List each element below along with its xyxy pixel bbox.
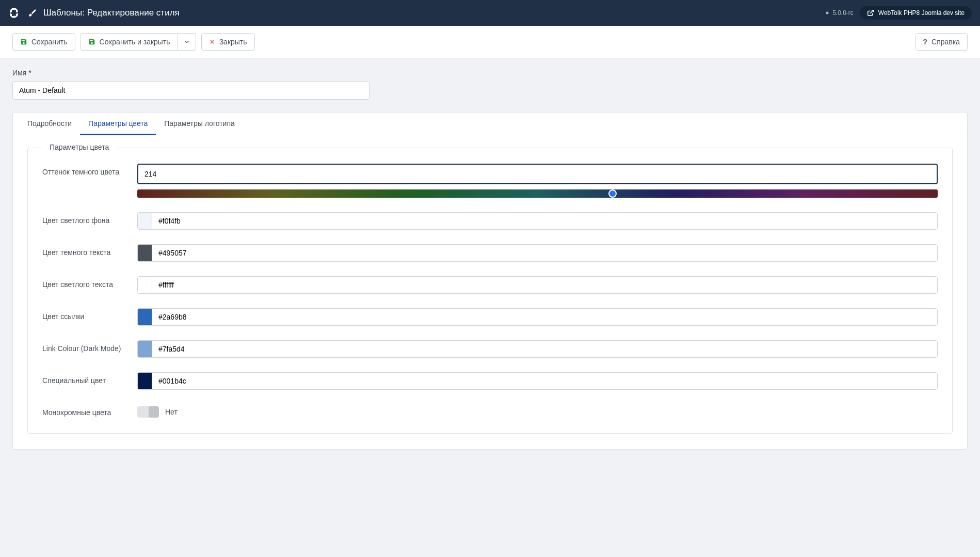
content: Имя * Подробности Параметры цвета Параме… xyxy=(0,58,980,460)
mono-label: Монохромные цвета xyxy=(42,404,137,417)
special-swatch[interactable] xyxy=(138,373,152,389)
save-icon xyxy=(20,38,27,45)
toolbar-right: ? Справка xyxy=(915,33,968,51)
save-label: Сохранить xyxy=(31,38,68,46)
fieldset-legend: Параметры цвета xyxy=(42,143,116,151)
link-swatch[interactable] xyxy=(138,309,152,325)
version-text: 5.0.0-rc xyxy=(832,9,854,17)
external-link-icon xyxy=(867,9,874,17)
page-title-wrap: Шаблоны: Редактирование стиля xyxy=(28,8,180,18)
bg-light-control xyxy=(137,212,938,230)
link-dark-input[interactable] xyxy=(152,341,937,357)
text-light-control xyxy=(137,276,938,294)
mono-toggle-handle xyxy=(149,406,159,418)
hue-label: Оттенок темного цвета xyxy=(42,164,137,176)
close-label: Закрыть xyxy=(219,38,247,46)
field-text-dark: Цвет темного текста xyxy=(42,244,938,262)
save-icon xyxy=(88,38,95,45)
field-mono: Монохромные цвета Нет xyxy=(42,404,938,418)
toolbar: Сохранить Сохранить и закрыть Закрыть xyxy=(0,26,980,58)
topbar-left: Шаблоны: Редактирование стиля xyxy=(8,7,180,19)
field-text-light: Цвет светлого текста xyxy=(42,276,938,294)
joomla-icon[interactable] xyxy=(8,7,20,19)
save-button[interactable]: Сохранить xyxy=(12,33,75,51)
tab-logo[interactable]: Параметры логотипа xyxy=(156,113,243,135)
special-label: Специальный цвет xyxy=(42,372,137,385)
save-close-button[interactable]: Сохранить и закрыть xyxy=(81,33,178,51)
close-icon xyxy=(209,39,215,45)
bg-light-label: Цвет светлого фона xyxy=(42,212,137,225)
name-input[interactable] xyxy=(12,81,369,100)
link-dark-control xyxy=(137,340,938,358)
text-dark-input[interactable] xyxy=(152,245,937,261)
bg-light-input[interactable] xyxy=(152,213,937,229)
tabs: Подробности Параметры цвета Параметры ло… xyxy=(13,113,967,135)
link-dark-swatch[interactable] xyxy=(138,341,152,357)
mono-control: Нет xyxy=(137,404,938,418)
link-label: Цвет ссылки xyxy=(42,308,137,321)
link-dark-label: Link Colour (Dark Mode) xyxy=(42,340,137,353)
joomla-small-icon xyxy=(824,10,830,16)
text-dark-control xyxy=(137,244,938,262)
field-special: Специальный цвет xyxy=(42,372,938,390)
special-control xyxy=(137,372,938,390)
help-button[interactable]: ? Справка xyxy=(915,33,968,51)
field-link: Цвет ссылки xyxy=(42,308,938,326)
link-control xyxy=(137,308,938,326)
field-link-dark: Link Colour (Dark Mode) xyxy=(42,340,938,358)
version-badge[interactable]: 5.0.0-rc xyxy=(824,9,854,17)
field-bg-light: Цвет светлого фона xyxy=(42,212,938,230)
svg-point-0 xyxy=(826,12,829,14)
text-dark-swatch[interactable] xyxy=(138,245,152,261)
save-close-dropdown[interactable] xyxy=(178,33,196,51)
text-light-label: Цвет светлого текста xyxy=(42,276,137,289)
hue-control xyxy=(137,164,938,198)
tab-details[interactable]: Подробности xyxy=(19,113,80,135)
text-light-input[interactable] xyxy=(152,277,937,293)
tabs-container: Подробности Параметры цвета Параметры ло… xyxy=(12,112,968,450)
mono-toggle[interactable] xyxy=(137,406,159,418)
mono-state: Нет xyxy=(165,408,178,416)
help-icon: ? xyxy=(923,38,928,46)
tab-colors[interactable]: Параметры цвета xyxy=(80,113,156,135)
hue-slider-handle[interactable] xyxy=(608,189,617,198)
help-label: Справка xyxy=(931,38,960,46)
brush-icon xyxy=(28,8,37,18)
special-input[interactable] xyxy=(152,373,937,389)
topbar: Шаблоны: Редактирование стиля 5.0.0-rc W… xyxy=(0,0,980,26)
site-link-text: WebTolk PHP8 Joomla dev site xyxy=(878,9,965,17)
save-close-label: Сохранить и закрыть xyxy=(100,38,170,46)
text-dark-label: Цвет темного текста xyxy=(42,244,137,257)
text-light-swatch[interactable] xyxy=(138,277,152,293)
tab-content: Параметры цвета Оттенок темного цвета Цв… xyxy=(13,135,967,449)
hue-slider[interactable] xyxy=(137,189,938,198)
toolbar-left: Сохранить Сохранить и закрыть Закрыть xyxy=(12,33,255,51)
save-close-group: Сохранить и закрыть xyxy=(81,33,196,51)
close-button[interactable]: Закрыть xyxy=(201,33,255,51)
link-input[interactable] xyxy=(152,309,937,325)
chevron-down-icon xyxy=(183,38,190,45)
hue-input[interactable] xyxy=(137,164,938,184)
name-label: Имя * xyxy=(12,69,968,77)
page-title: Шаблоны: Редактирование стиля xyxy=(43,8,180,18)
site-link[interactable]: WebTolk PHP8 Joomla dev site xyxy=(860,6,972,20)
bg-light-swatch[interactable] xyxy=(138,213,152,229)
topbar-right: 5.0.0-rc WebTolk PHP8 Joomla dev site xyxy=(824,6,972,20)
color-fieldset: Параметры цвета Оттенок темного цвета Цв… xyxy=(27,148,953,434)
field-hue: Оттенок темного цвета xyxy=(42,164,938,198)
